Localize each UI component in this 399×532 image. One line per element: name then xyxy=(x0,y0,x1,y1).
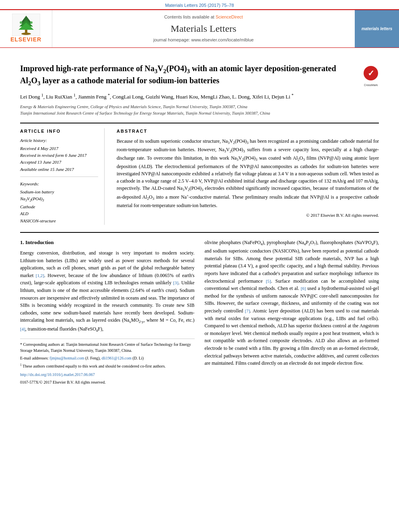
affiliations: Energy & Materials Engineering Centre, C… xyxy=(20,104,379,117)
ref-6[interactable]: [6] xyxy=(301,286,306,291)
svg-point-7 xyxy=(30,21,33,24)
sciencedirect-link[interactable]: ScienceDirect xyxy=(216,14,243,19)
article-title: Improved high-rate performance of Na3V2(… xyxy=(20,63,357,88)
available-date: Available online 15 June 2017 xyxy=(20,166,98,173)
elsevier-tree-icon xyxy=(12,14,40,36)
article-history: Article history: Received 4 May 2017 Rec… xyxy=(20,138,98,173)
elsevier-logo: ELSEVIER xyxy=(10,14,41,44)
affiliation-2: Tianjin International Joint Research Cen… xyxy=(20,110,379,117)
keyword-3: Cathode xyxy=(20,204,98,210)
footnote-emails: E-mail addresses: fjmjnu@hotmail.com (J.… xyxy=(20,355,195,361)
intro-right-column: olivine phosphates (NaFePO4), pyrophosph… xyxy=(205,239,379,387)
ref-3[interactable]: [3] xyxy=(173,280,179,285)
copyright-line: © 2017 Elsevier B.V. All rights reserved… xyxy=(117,212,379,218)
journal-header: ELSEVIER Contents lists available at Sci… xyxy=(0,9,399,47)
abstract-header: ABSTRACT xyxy=(117,128,379,134)
journal-homepage-url: journal homepage: www.elsevier.com/locat… xyxy=(60,37,347,43)
intro-left-column: 1. Introduction Energy conversion, distr… xyxy=(20,239,195,387)
email-li[interactable]: dli1961@126.com xyxy=(102,356,132,360)
history-header: Article history: xyxy=(20,138,98,144)
keyword-5: NASICON-structure xyxy=(20,218,98,224)
email-feng[interactable]: fjmjnu@hotmail.com xyxy=(49,356,84,360)
authors-line: Lei Dong 1, Liu RuiXian 1, Jianmin Feng … xyxy=(20,92,379,101)
ref-5[interactable]: [5] xyxy=(266,279,271,283)
footnote-corresponding: * Corresponding authors at: Tianjin Inte… xyxy=(20,341,195,353)
keyword-4: ALD xyxy=(20,211,98,217)
affiliation-1: Energy & Materials Engineering Centre, C… xyxy=(20,104,379,110)
accepted-date: Accepted 13 June 2017 xyxy=(20,159,98,165)
main-section-divider xyxy=(20,232,379,233)
article-title-section: Improved high-rate performance of Na3V2(… xyxy=(20,63,379,88)
abstract-column: ABSTRACT Because of its sodium superioni… xyxy=(117,128,379,225)
footnote-equal-contrib: 1 These authors contributed equally to t… xyxy=(20,363,195,369)
keyword-2: Na3V2(PO4)3 xyxy=(20,196,98,203)
journal-name: Materials Letters xyxy=(60,22,347,36)
introduction-title: 1. Introduction xyxy=(20,239,195,246)
article-info-column: ARTICLE INFO Article history: Received 4… xyxy=(20,128,105,225)
journal-title-section: Contents lists available at ScienceDirec… xyxy=(52,10,355,47)
crossmark-icon: ✓ xyxy=(363,65,379,81)
keywords-header: Keywords: xyxy=(20,181,98,187)
keywords-section: Keywords: Sodium-ion battery Na3V2(PO4)3… xyxy=(20,181,98,224)
page: Materials Letters 205 (2017) 75–78 xyxy=(0,0,399,532)
svg-point-2 xyxy=(21,33,31,35)
footnote-issn: 0167-577X/© 2017 Elsevier B.V. All right… xyxy=(20,379,195,385)
elsevier-wordmark: ELSEVIER xyxy=(10,36,41,44)
footnotes-section: * Corresponding authors at: Tianjin Inte… xyxy=(20,339,195,385)
received-date: Received 4 May 2017 xyxy=(20,146,98,152)
ref-7[interactable]: [7] xyxy=(245,308,250,313)
intro-left-text: Energy conversion, distribution, and sto… xyxy=(20,249,195,334)
doi-link[interactable]: http://dx.doi.org/10.1016/j.matlet.2017.… xyxy=(20,372,95,377)
introduction-section: 1. Introduction Energy conversion, distr… xyxy=(20,239,379,387)
article-info-abstract-section: ARTICLE INFO Article history: Received 4… xyxy=(20,123,379,225)
abstract-text: Because of its sodium superionic conduct… xyxy=(117,138,379,209)
ref-4[interactable]: [4] xyxy=(20,327,25,331)
received-revised-date: Received in revised form 6 June 2017 xyxy=(20,152,98,158)
info-divider xyxy=(20,177,98,177)
journal-reference: Materials Letters 205 (2017) 75–78 xyxy=(0,0,399,9)
contents-available-text: Contents lists available at ScienceDirec… xyxy=(60,14,347,20)
article-info-header: ARTICLE INFO xyxy=(20,128,98,134)
ml-badge-text: materials letters xyxy=(362,26,393,32)
ref-1-2[interactable]: [1,2] xyxy=(36,273,44,278)
svg-text:✓: ✓ xyxy=(368,69,374,78)
keyword-1: Sodium-ion battery xyxy=(20,189,98,195)
svg-point-6 xyxy=(20,21,22,24)
intro-right-text: olivine phosphates (NaFePO4), pyrophosph… xyxy=(205,239,379,367)
footnote-doi: http://dx.doi.org/10.1016/j.matlet.2017.… xyxy=(20,372,195,378)
materials-letters-badge: materials letters xyxy=(355,10,399,47)
elsevier-logo-section: ELSEVIER xyxy=(0,10,52,47)
crossmark-badge: ✓ CrossMark xyxy=(363,65,379,81)
article-content: Improved high-rate performance of Na3V2(… xyxy=(0,48,399,395)
